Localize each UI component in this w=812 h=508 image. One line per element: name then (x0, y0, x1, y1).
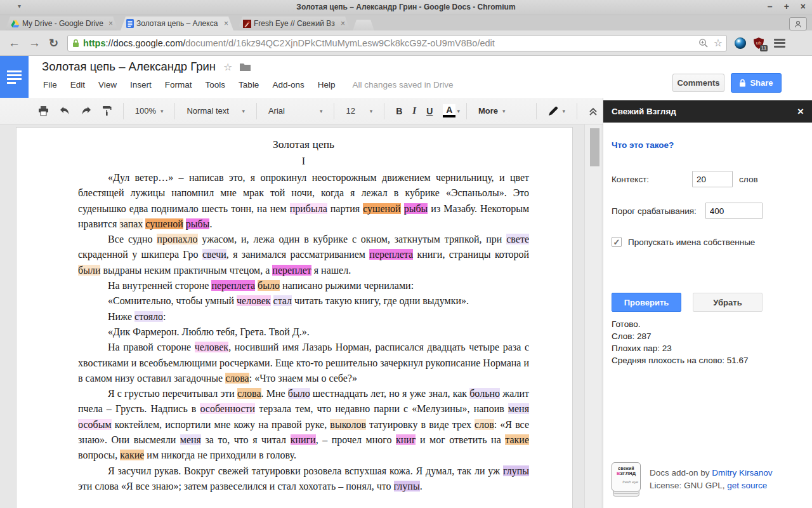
url-host: ://docs.google.com/ (106, 38, 186, 48)
context-unit: слов (739, 175, 757, 184)
clear-button[interactable]: Убрать (693, 293, 763, 312)
author-link[interactable]: Dmitry Kirsanov (712, 468, 772, 478)
tab-close-icon[interactable]: × (223, 19, 230, 28)
paint-format-icon[interactable] (102, 105, 112, 116)
underline-button[interactable]: U (426, 106, 433, 116)
scrollbar-thumb[interactable] (590, 128, 599, 166)
highlighted-word: запах (119, 218, 143, 229)
menu-insert[interactable]: Insert (130, 80, 152, 90)
doc-chapter-number: I (78, 154, 529, 169)
new-tab-button[interactable] (353, 20, 374, 30)
font-select[interactable]: Arial▾ (268, 106, 322, 116)
highlighted-word: глупы (503, 465, 529, 476)
paragraph[interactable]: «Дул ветер…» – написав это, я опрокинул … (78, 170, 529, 232)
highlighted-word: были (78, 265, 100, 276)
docs-home-button[interactable] (0, 56, 29, 98)
zoom-icon[interactable] (698, 38, 709, 48)
addon-credits: Docs add-on by Dmitry Kirsanov License: … (650, 467, 773, 492)
paragraph[interactable]: Я с грустью перечитывал эти слова. Мне б… (78, 386, 529, 463)
highlighted-word: слов (475, 419, 494, 430)
bookmark-star-icon[interactable]: ☆ (714, 37, 723, 49)
comments-button[interactable]: Comments (672, 74, 724, 92)
zoom-select[interactable]: 100%▾ (135, 106, 164, 116)
menu-edit[interactable]: Edit (70, 80, 85, 90)
context-input[interactable] (692, 171, 733, 187)
document-scrollbar[interactable] (584, 124, 601, 508)
paragraph[interactable]: «Сомнительно, чтобы умный человек стал ч… (78, 293, 529, 309)
minimize-button[interactable]: – (768, 1, 773, 11)
bold-button[interactable]: B (396, 106, 402, 116)
paragraph[interactable]: Все судно пропахло ужасом, и, лежа один … (78, 232, 529, 278)
undo-icon[interactable] (59, 106, 70, 116)
window-title: Золотая цепь – Александр Грин - Google D… (0, 3, 812, 11)
print-icon[interactable] (38, 106, 49, 116)
menu-view[interactable]: View (98, 80, 117, 90)
browser-menu-icon[interactable] (774, 39, 785, 48)
tab-strip: My Drive - Google Drive × Золотая цепь –… (0, 15, 812, 30)
font-size-select[interactable]: 12▾ (346, 106, 372, 116)
tab-golden-chain[interactable]: Золотая цепь – Алекса × (121, 17, 233, 30)
save-status: All changes saved in Drive (352, 80, 453, 90)
menu-format[interactable]: Format (165, 80, 192, 90)
maximize-button[interactable]: + (784, 1, 789, 11)
collapse-toolbar-icon[interactable] (589, 107, 598, 116)
menu-table[interactable]: Table (239, 80, 259, 90)
threshold-input[interactable] (705, 203, 763, 219)
chevron-down-icon[interactable]: ▾ (457, 108, 460, 114)
highlighted-word: стояло (134, 311, 163, 322)
ublock-extension-icon[interactable]: ub 11 (752, 37, 765, 50)
sidebar-close-icon[interactable]: × (797, 105, 804, 118)
paragraph-style-select[interactable]: Normal text▾ (187, 106, 244, 116)
chevron-down-icon: ▾ (563, 108, 566, 114)
edit-mode-select[interactable]: ▾ (548, 106, 566, 116)
tab-my-drive[interactable]: My Drive - Google Drive × (5, 17, 118, 30)
chevron-down-icon: ▾ (320, 108, 323, 114)
paragraph[interactable]: Я засучил рукав. Вокруг свежей татуировк… (78, 464, 529, 495)
chevron-down-icon: ▾ (160, 108, 164, 114)
highlighted-word: человек (237, 295, 270, 306)
menu-addons[interactable]: Add-ons (272, 80, 304, 90)
skip-proper-names-checkbox[interactable]: ✓ (612, 237, 622, 247)
menu-file[interactable]: File (43, 80, 57, 90)
fresh-eye-extension-icon[interactable] (735, 37, 746, 49)
paragraph[interactable]: На правой стороне человек, носивший имя … (78, 340, 529, 386)
profile-button[interactable] (789, 17, 807, 30)
menu-help[interactable]: Help (318, 80, 336, 90)
https-lock-icon (72, 39, 80, 48)
move-folder-icon[interactable] (240, 63, 251, 71)
text-color-button[interactable]: A (443, 104, 455, 117)
menu-tools[interactable]: Tools (206, 80, 226, 90)
redo-icon[interactable] (81, 106, 92, 116)
document-page[interactable]: Золотая цепь I «Дул ветер…» – написав эт… (16, 127, 573, 508)
threshold-label: Порог срабатывания: (612, 206, 697, 216)
back-button[interactable]: ← (8, 37, 20, 49)
share-button[interactable]: Share (731, 73, 782, 93)
status-report: Готово. Слов: 287 Плохих пар: 23 Средняя… (612, 318, 749, 366)
highlighted-word: меня (508, 403, 529, 414)
highlighted-word: слова (237, 388, 261, 399)
pen-icon (548, 106, 558, 116)
check-button[interactable]: Проверить (612, 293, 681, 312)
reload-button[interactable]: ↻ (49, 37, 58, 49)
paragraph[interactable]: «Дик Фармерон. Люблю тебя, Грета. Твой Д… (78, 324, 529, 340)
tab-close-icon[interactable]: × (107, 19, 114, 28)
paragraph[interactable]: Ниже стояло: (78, 309, 529, 324)
star-document-icon[interactable]: ☆ (223, 61, 232, 73)
close-button[interactable]: × (801, 1, 806, 11)
what-is-this-link[interactable]: Что это такое? (612, 140, 674, 150)
paragraph[interactable]: На внутренней стороне переплета было нап… (78, 278, 529, 293)
get-source-link[interactable]: get source (727, 481, 767, 490)
ublock-badge: 11 (760, 45, 768, 51)
highlighted-word: свечи (202, 249, 226, 260)
more-menu[interactable]: More▾ (478, 106, 506, 116)
forward-button[interactable]: → (29, 37, 41, 49)
highlighted-word: слова (225, 373, 249, 384)
tab-close-icon[interactable]: × (339, 19, 346, 28)
highlighted-word: прибыла (290, 203, 327, 214)
tab-label: Fresh Eye // Свежий Вз (254, 19, 337, 28)
highlighted-word: особым (78, 419, 112, 430)
url-bar[interactable]: https://docs.google.com/document/d/16kz9… (67, 35, 727, 51)
italic-button[interactable]: I (412, 105, 416, 116)
document-title[interactable]: Золотая цепь – Александр Грин (42, 60, 216, 74)
tab-fresh-eye[interactable]: Fresh Eye // Свежий Вз × (237, 17, 350, 30)
